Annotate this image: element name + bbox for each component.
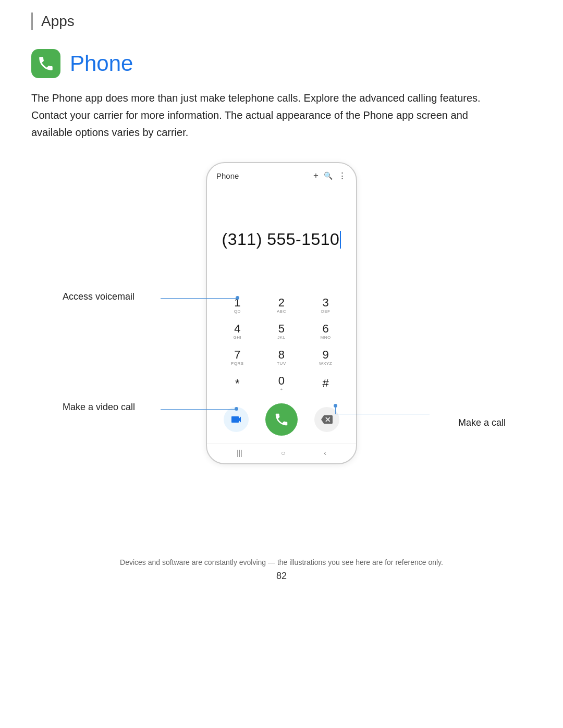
callout-video-label: Make a video call [63, 402, 135, 413]
section-title: Phone [70, 51, 133, 76]
dialpad-key-star[interactable]: * [223, 372, 252, 395]
phone-icon-svg [37, 55, 55, 72]
dialpad-key-7[interactable]: 7 PQRS [223, 346, 252, 369]
callout-call-dot [334, 404, 337, 408]
diagram-area: Phone + 🔍 ⋮ (311) 555-1510 1 [31, 162, 532, 516]
callout-call-line [336, 414, 430, 415]
call-button[interactable] [265, 403, 298, 436]
footer-disclaimer: Devices and software are constantly evol… [31, 558, 532, 566]
callout-call-text: Make a call [458, 417, 506, 428]
text-cursor [340, 231, 341, 249]
phone-navbar: ||| ○ ‹ [207, 443, 356, 463]
section-title-row: Phone [31, 49, 532, 78]
callout-call-label: Make a call [458, 417, 506, 428]
navbar-recent-icon[interactable]: ‹ [324, 449, 326, 457]
phone-topbar-icons: + 🔍 ⋮ [313, 170, 347, 181]
dialpad-key-9[interactable]: 9 WXYZ [311, 346, 340, 369]
footer-page-number: 82 [31, 571, 532, 582]
dialpad-key-4[interactable]: 4 GHI [223, 320, 252, 343]
callout-voicemail-text: Access voicemail [63, 291, 134, 302]
phone-topbar-title: Phone [216, 171, 239, 180]
callout-video-line [161, 409, 236, 410]
phone-number-display: (311) 555-1510 [207, 186, 356, 294]
section-description: The Phone app does more than just make t… [31, 90, 500, 141]
dialpad-row-3: 7 PQRS 8 TUV 9 WXYZ [215, 346, 348, 369]
dialpad-row-2: 4 GHI 5 JKL 6 MNO [215, 320, 348, 343]
dialpad-key-6[interactable]: 6 MNO [311, 320, 340, 343]
dialed-number: (311) 555-1510 [222, 230, 340, 249]
callout-voicemail-line [161, 298, 238, 299]
topbar-more-icon[interactable]: ⋮ [338, 170, 347, 181]
phone-topbar: Phone + 🔍 ⋮ [207, 163, 356, 186]
callout-video-text: Make a video call [63, 402, 135, 412]
dialpad-key-2[interactable]: 2 ABC [267, 294, 296, 317]
dialpad-key-5[interactable]: 5 JKL [267, 320, 296, 343]
callout-voicemail-label: Access voicemail [63, 291, 134, 302]
callout-video-dot [235, 407, 238, 411]
callout-voicemail-dot [236, 296, 239, 300]
phone-app-icon [31, 49, 60, 78]
navbar-home-icon[interactable]: ○ [281, 449, 285, 457]
dialpad-key-0[interactable]: 0 + [267, 372, 296, 395]
footer: Devices and software are constantly evol… [31, 548, 532, 587]
section-header: Apps [31, 13, 532, 30]
dialpad-key-8[interactable]: 8 TUV [267, 346, 296, 369]
topbar-search-icon[interactable]: 🔍 [324, 171, 333, 180]
section-header-text: Apps [41, 13, 75, 29]
navbar-back-icon[interactable]: ||| [237, 449, 242, 457]
dialpad-key-hash[interactable]: # [311, 372, 340, 395]
topbar-plus-icon[interactable]: + [313, 170, 319, 181]
dialpad-key-3[interactable]: 3 DEF [311, 294, 340, 317]
phone-mockup: Phone + 🔍 ⋮ (311) 555-1510 1 [206, 162, 357, 464]
dialpad: 1 QD 2 ABC 3 DEF [207, 294, 356, 398]
video-call-button[interactable] [224, 407, 249, 432]
dialpad-row-4: * 0 + # [215, 372, 348, 395]
